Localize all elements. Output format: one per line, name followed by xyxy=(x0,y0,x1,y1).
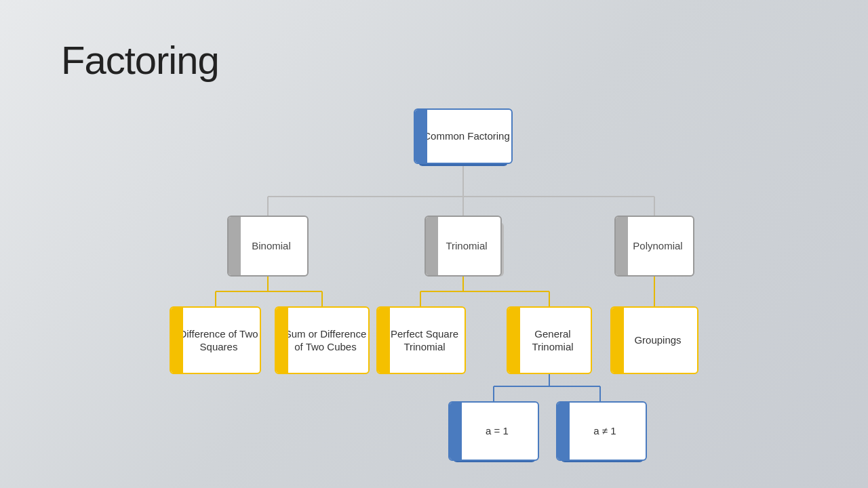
node-general-trinomial: General Trinomial xyxy=(507,306,592,374)
node-a-not-equals-1: a ≠ 1 xyxy=(556,401,647,461)
node-polynomial: Polynomial xyxy=(614,216,694,277)
node-sum-difference-two-cubes: Sum or Difference of Two Cubes xyxy=(275,306,370,374)
node-difference-two-squares: Difference of Two Squares xyxy=(170,306,261,374)
node-perfect-square-trinomial: Perfect Square Trinomial xyxy=(376,306,466,374)
node-groupings: Groupings xyxy=(610,306,698,374)
node-binomial: Binomial xyxy=(227,216,309,277)
node-trinomial: Trinomial xyxy=(425,216,502,277)
node-a-equals-1: a = 1 xyxy=(448,401,539,461)
page-title: Factoring xyxy=(61,37,219,83)
node-common-factoring: Common Factoring xyxy=(414,108,513,164)
